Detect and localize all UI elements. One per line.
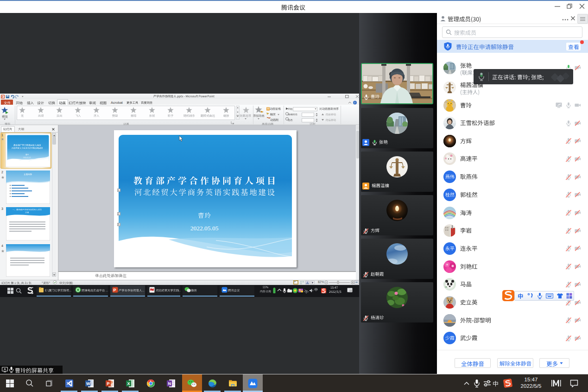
svg-text:W: W <box>86 381 90 386</box>
svg-text:X: X <box>127 381 130 386</box>
svg-text:P: P <box>2 95 4 98</box>
svg-text:P: P <box>107 381 109 386</box>
svg-text:N: N <box>168 381 171 386</box>
svg-text:?: ? <box>354 101 355 104</box>
svg-text:P: P <box>114 288 116 292</box>
